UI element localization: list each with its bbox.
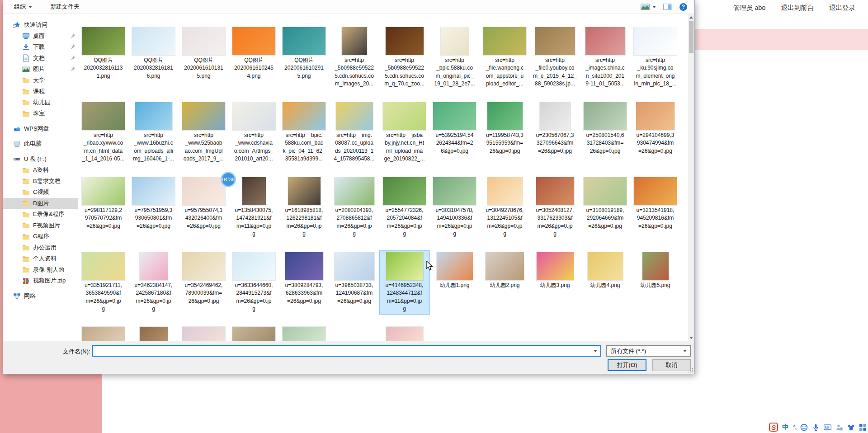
file-item[interactable]: u=298117129,2 970570792&fm =26&gp=0.jpg [78, 176, 128, 251]
file-item[interactable]: QQ图片 2020032816181 6.png [128, 26, 179, 101]
file-item[interactable]: src=http _www.525baob ao.com_ImgUpl oads… [179, 101, 229, 176]
file-item[interactable] [128, 326, 179, 341]
cancel-button[interactable]: 取消 [652, 359, 691, 371]
sidebar-item[interactable]: 此电脑 [3, 138, 78, 150]
file-item[interactable]: u=2554772326, 2057204084&f m=26&gp=0.jp … [379, 176, 429, 251]
help-icon[interactable]: ? [679, 3, 687, 11]
punctuation-mode-icon[interactable]: °, [793, 424, 796, 431]
sidebar-item[interactable]: WPS网盘 [3, 123, 78, 135]
sidebar-item[interactable]: 大学 [3, 75, 78, 86]
sidebar-item[interactable]: 视频图片.zip [3, 275, 78, 287]
file-item[interactable]: QQ图片 2020061610245 4.png [229, 26, 279, 101]
file-item[interactable] [379, 326, 429, 341]
sidebar-item[interactable]: 幼儿园 [3, 97, 78, 108]
file-item[interactable]: u=3965038733, 124190687&fm =26&gp=0.jpg [329, 251, 379, 326]
skin-center-icon[interactable] [847, 424, 855, 431]
open-button[interactable]: 打开(O) [608, 359, 646, 371]
sidebar-item[interactable]: C视频 [3, 187, 78, 198]
file-item[interactable]: 幼儿园2.png [480, 251, 530, 326]
file-item[interactable]: src=http__bpic. 588ku.com_bac k_pic_04_1… [279, 101, 329, 176]
resize-grip[interactable] [688, 367, 693, 373]
sidebar-item[interactable]: 个人资料 [3, 253, 78, 264]
sidebar-item[interactable]: 文档 [3, 53, 78, 64]
file-item[interactable]: 幼儿园5.png [630, 251, 680, 326]
file-item[interactable]: u=795751959,3 930650801&fm =26&gp=0.jpg [128, 176, 179, 251]
sidebar-item[interactable]: G程序 [3, 231, 78, 242]
sidebar-item[interactable]: 快速访问 [3, 19, 78, 31]
file-item[interactable]: u=3633644660, 2844915273&f m=26&gp=0.jp … [229, 251, 279, 326]
sidebar-item[interactable]: 珠宝 [3, 108, 78, 119]
sogou-logo-icon[interactable]: S [769, 423, 778, 432]
emoticon-picker-icon[interactable] [800, 424, 808, 431]
file-item[interactable]: u=3351921711, 3653849590&f m=26&gp=0.jp … [78, 251, 128, 326]
sidebar-item[interactable]: D图片 [3, 198, 78, 209]
file-item[interactable]: QQ图片 2020032816113 1.png [78, 26, 128, 101]
sidebar-item[interactable]: B需求文档 [3, 176, 78, 187]
scrollbar-down-arrow[interactable] [688, 334, 694, 341]
file-item[interactable]: u=230567067,3 327096643&fm =26&gp=0.jpg [530, 101, 580, 176]
file-item[interactable]: u=119958743,3 95155959&fm= 26&gp=0.jpg [480, 101, 530, 176]
grid-scrollbar[interactable] [688, 14, 694, 341]
chinese-mode-icon[interactable]: 中 [782, 423, 789, 432]
file-item[interactable]: src=http__img. 08087.cc_uploa ds_2020011… [329, 101, 379, 176]
file-item[interactable]: src=http _file.wanpeng.c om_appstore_u p… [480, 26, 530, 101]
file-item[interactable]: u=3049278676, 1312245105&f m=26&gp=0.jp … [480, 176, 530, 251]
file-item[interactable]: src=http _5b0988e59522 5.cdn.sohucs.co m… [329, 26, 379, 101]
logout-link[interactable]: 退出登录 [829, 4, 855, 12]
soft-keyboard-icon[interactable] [824, 424, 831, 431]
file-item[interactable]: 幼儿园4.png [580, 251, 630, 326]
filename-input[interactable] [94, 346, 590, 356]
file-item[interactable]: src=http__jisba by.jnjy.net.cn_Ht ml_upl… [379, 101, 429, 176]
file-item[interactable]: u=3052408127, 3317623303&f m=26&gp=0.jp … [530, 176, 580, 251]
file-item[interactable] [78, 326, 128, 341]
sidebar-item[interactable]: 课程 [3, 86, 78, 97]
voice-input-icon[interactable] [812, 424, 820, 431]
filetype-dropdown[interactable]: 所有文件 (*.*) [606, 345, 691, 357]
file-item[interactable]: u=3108019189, 292064669&fm =26&gp=0.jpg [580, 176, 630, 251]
file-item[interactable]: src=http _www.cdshaxia o.com_ArtImgs_ 20… [229, 101, 279, 176]
file-item[interactable]: src=http _ribao.xyxww.co m.cn_html_data … [78, 101, 128, 176]
file-item[interactable]: src=http _www.16buzhi.c om_uploads_alli … [128, 101, 179, 176]
file-item[interactable]: u=250801540,6 31728403&fm= 26&gp=0.jpg [580, 101, 630, 176]
file-item[interactable]: src=http _file0.youboy.co m_e_2015_4_12_… [530, 26, 580, 101]
file-item[interactable]: QQ图片 2020061610291 5.png [279, 26, 329, 101]
sidebar-item[interactable]: U 盘 (F:) [3, 154, 78, 165]
file-item[interactable]: src=http _ku.90sjimg.co m_element_orig i… [630, 26, 680, 101]
toolbox-icon[interactable] [859, 424, 867, 431]
file-item[interactable]: u=3031047578, 1494100336&f m=26&gp=0.jp … [429, 176, 480, 251]
file-item[interactable]: u=3542469462, 78900039&fm= 26&gp=0.jpg [179, 251, 229, 326]
file-item[interactable]: 04:39u=957955074,1 432026400&fm =26&gp=0… [179, 176, 229, 251]
sidebar-item[interactable]: 下载 [3, 42, 78, 53]
sidebar-item[interactable]: 网络 [3, 291, 78, 302]
file-item[interactable]: 幼儿园3.png [530, 251, 580, 326]
preview-pane-icon[interactable] [663, 4, 672, 10]
file-item[interactable] [279, 326, 329, 341]
sidebar-item[interactable]: 录像-别人的 [3, 264, 78, 276]
new-folder-button[interactable]: 新建文件夹 [47, 1, 82, 12]
file-item[interactable]: src=http _bpic.588ku.co m_original_pic_ … [429, 26, 480, 101]
file-item[interactable]: QQ图片 2020061610131 5.png [179, 26, 229, 101]
file-item[interactable]: u=2080204393, 2708865812&f m=26&gp=0.jp … [329, 176, 379, 251]
sidebar-item[interactable]: 办公运用 [3, 242, 78, 254]
file-item[interactable]: u=3213541918, 945209816&fm =26&gp=0.jpg [630, 176, 680, 251]
file-item[interactable] [229, 326, 279, 341]
sidebar-item[interactable]: F视频图片 [3, 220, 78, 231]
exit-to-front-link[interactable]: 退出到前台 [781, 4, 814, 12]
sidebar-item[interactable]: E录像&程序 [3, 209, 78, 220]
chevron-down-icon[interactable] [594, 350, 597, 352]
scrollbar-thumb[interactable] [689, 21, 693, 53]
file-item[interactable]: u=3462384147, 2425867180&f m=26&gp=0.jp … [128, 251, 179, 326]
file-item[interactable] [179, 326, 229, 341]
sidebar-item[interactable]: 桌面 [3, 31, 78, 42]
file-item[interactable]: u=53925194,54 2624344&fm=2 6&gp=0.jpg [429, 101, 480, 176]
file-item[interactable]: u=1618985818, 1262298181&f m=26&gp=0.jp … [279, 176, 329, 251]
file-item[interactable]: src=http _images.china.c n_site1000_201 … [580, 26, 630, 101]
organize-button[interactable]: 组织 [11, 1, 35, 12]
scrollbar-up-arrow[interactable] [688, 14, 694, 20]
file-item[interactable]: u=294104699,3 930474994&fm =26&gp=0.jpg [630, 101, 680, 176]
sidebar-item[interactable]: A资料 [3, 165, 78, 176]
view-mode-button[interactable] [641, 4, 656, 10]
file-item[interactable]: src=http _5b0988e59522 5.cdn.sohucs.co m… [379, 26, 429, 101]
handwriting-person-icon[interactable] [835, 424, 843, 431]
file-item[interactable]: u=4146952348, 1248344712&f m=11&gp=0.jp … [379, 251, 429, 326]
